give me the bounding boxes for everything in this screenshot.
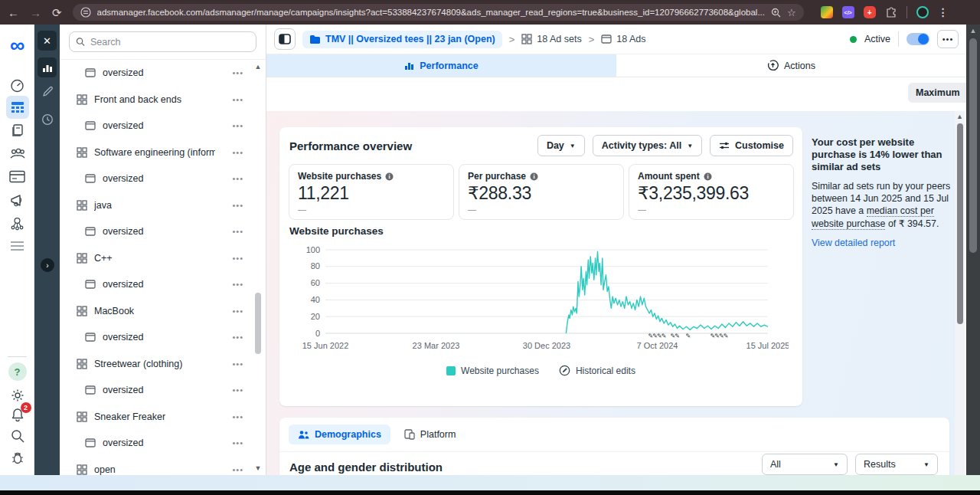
breadcrumb-ads[interactable]: 18 Ads [601,34,645,44]
sidebar-item-events[interactable] [0,215,34,231]
sidebar-item-more-tools[interactable] [0,241,34,251]
extension-icon-2[interactable]: </> [842,6,854,18]
sidebar-item-audiences[interactable] [0,146,34,161]
info-icon[interactable]: i [385,172,394,181]
metric-amount-spent[interactable]: Amount spent i ₹3,235,399.63 — [629,164,794,220]
item-menu-icon[interactable]: ••• [232,438,243,447]
list-item-campaign[interactable]: C++••• [60,245,253,272]
tab-performance[interactable]: Performance [266,54,616,77]
list-item-adset[interactable]: oversized••• [60,166,253,192]
sidebar-item-campaigns[interactable] [0,96,34,119]
info-icon[interactable]: i [704,172,712,181]
active-toggle[interactable] [906,33,929,45]
list-item-campaign[interactable]: MacBook••• [60,298,253,325]
campaign-scrollbar[interactable]: ▲ ▼ [253,63,263,472]
browser-menu-icon[interactable]: ⋮ [938,7,949,18]
legend-website-purchases[interactable]: Website purchases [446,366,539,376]
settings-button[interactable] [0,388,34,403]
site-info-icon[interactable] [80,7,91,18]
item-menu-icon[interactable]: ••• [232,307,243,316]
bookmark-star-icon[interactable]: ☆ [787,8,796,18]
reload-icon[interactable]: ⟳ [52,7,62,18]
list-item-adset[interactable]: oversized••• [60,324,253,351]
breadcrumb-campaign[interactable]: TMV || Oversized tees || 23 jan (Open) [302,31,502,48]
sidebar-item-pages[interactable] [0,123,34,138]
list-item-adset[interactable]: oversized••• [60,218,253,245]
sidebar-item-advertise[interactable] [0,193,34,208]
toggle-sidebar-button[interactable] [274,28,296,50]
scroll-thumb[interactable] [969,38,977,253]
search-button[interactable] [0,428,34,444]
metric-per-purchase[interactable]: Per purchase i ₹288.33 — [459,164,624,220]
close-insights-button[interactable]: ✕ [38,31,57,51]
scroll-thumb[interactable] [957,123,963,324]
legend-historical-edits[interactable]: Historical edits [559,365,635,376]
list-item-campaign[interactable]: Front and back ends••• [60,87,253,113]
scroll-up-icon[interactable]: ▲ [966,25,980,37]
more-options-button[interactable]: ••• [937,30,959,48]
list-item-adset[interactable]: oversized••• [60,377,253,404]
breakdown-metric-dropdown[interactable]: Results ▼ [855,454,938,475]
scroll-up-icon[interactable]: ▲ [253,63,263,70]
help-button[interactable]: ? [0,362,34,381]
list-item-adset[interactable]: oversized••• [60,113,253,139]
zoom-icon[interactable] [771,8,781,18]
list-item-campaign[interactable]: Streetwear (clothing)••• [60,351,253,378]
item-menu-icon[interactable]: ••• [232,359,243,369]
item-menu-icon[interactable]: ••• [232,121,243,130]
item-menu-icon[interactable]: ••• [232,68,243,77]
item-menu-icon[interactable]: ••• [232,201,243,210]
window-scrollbar[interactable]: ▲ [966,25,980,490]
tab-actions[interactable]: Actions [616,54,966,77]
view-detailed-report-link[interactable]: View detailed report [812,238,895,248]
list-item-campaign[interactable]: open••• [60,457,253,476]
item-menu-icon[interactable]: ••• [232,254,243,263]
list-item-campaign[interactable]: Software engineering (information t...••… [60,139,253,166]
report-bug-button[interactable] [0,450,34,465]
campaign-search[interactable] [69,31,256,52]
item-menu-icon[interactable]: ••• [232,333,243,342]
collapse-panel-button[interactable]: › [41,258,54,272]
scroll-up-icon[interactable]: ▲ [955,111,965,122]
search-input[interactable] [90,37,250,48]
extensions-puzzle-icon[interactable] [885,6,897,18]
customise-button[interactable]: Customise [710,135,793,156]
breadcrumb-adsets[interactable]: 18 Ad sets [521,34,581,44]
item-menu-icon[interactable]: ••• [232,227,243,236]
address-bar[interactable]: adsmanager.facebook.com/adsmanager/manag… [73,4,804,21]
tab-demographics[interactable]: Demographics [289,425,390,444]
info-icon[interactable]: i [530,172,538,181]
day-dropdown[interactable]: Day ▼ [537,135,585,156]
charts-tab-button[interactable] [38,57,57,77]
breakdown-filter-dropdown[interactable]: All ▼ [762,454,848,475]
activity-types-dropdown[interactable]: Activity types: All ▼ [593,135,702,156]
scroll-down-icon[interactable]: ▼ [253,464,263,472]
item-menu-icon[interactable]: ••• [232,95,243,104]
sidebar-item-overview[interactable] [0,77,34,93]
list-item-adset[interactable]: oversized••• [60,271,253,298]
list-item-campaign[interactable]: java••• [60,192,253,219]
content-scrollbar[interactable]: ▲ [955,111,965,475]
item-menu-icon[interactable]: ••• [232,148,243,157]
meta-logo[interactable]: ∞ [0,35,34,56]
edit-tab-button[interactable] [34,86,60,98]
list-item-adset[interactable]: oversized••• [60,430,253,457]
item-menu-icon[interactable]: ••• [232,280,243,289]
extension-icon-4[interactable] [916,6,929,18]
notifications-button[interactable]: 2 [0,407,34,422]
forward-icon[interactable]: → [30,7,41,18]
maximum-dropdown[interactable]: Maximum ▼ [908,83,966,103]
metric-website-purchases[interactable]: Website purchases i 11,221 — [289,164,454,220]
tab-platform[interactable]: Platform [401,425,459,444]
website-purchases-chart[interactable]: 02040608010015 Jun 202223 Mar 202330 Dec… [295,241,789,356]
url-text[interactable]: adsmanager.facebook.com/adsmanager/manag… [97,8,765,17]
item-menu-icon[interactable]: ••• [232,465,243,474]
sidebar-item-billing[interactable] [0,170,34,183]
list-item-campaign[interactable]: Sneaker Freaker••• [60,404,253,431]
item-menu-icon[interactable]: ••• [232,174,243,183]
history-tab-button[interactable] [34,113,60,126]
scroll-thumb[interactable] [255,293,261,354]
list-item-adset[interactable]: oversized••• [60,60,253,87]
extension-icon-1[interactable] [821,6,833,18]
extension-icon-3[interactable]: + [864,6,876,18]
